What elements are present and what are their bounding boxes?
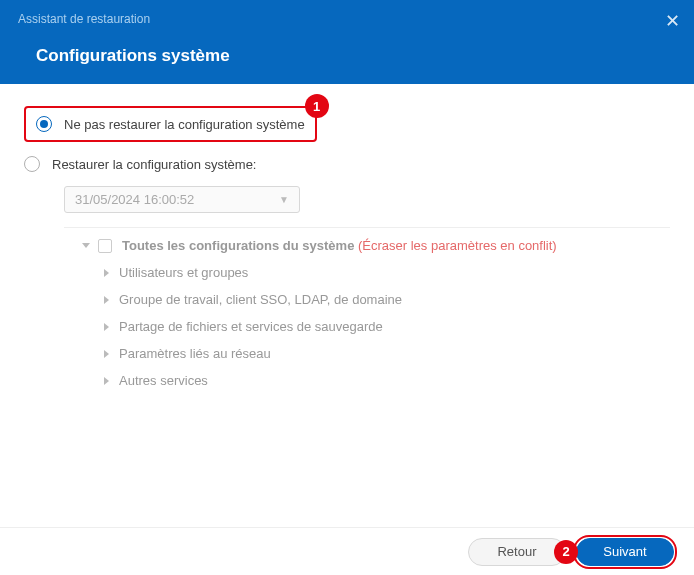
tree-root-row[interactable]: Toutes les configurations du système (Éc… bbox=[82, 238, 670, 253]
restore-sub-block: 31/05/2024 16:00:52 ▼ Toutes les configu… bbox=[64, 186, 670, 388]
snapshot-select[interactable]: 31/05/2024 16:00:52 ▼ bbox=[64, 186, 300, 213]
caret-down-icon bbox=[82, 243, 90, 248]
tree-item-network[interactable]: Paramètres liés au réseau bbox=[104, 346, 670, 361]
caret-right-icon bbox=[104, 350, 109, 358]
page-title: Configurations système bbox=[18, 46, 676, 66]
callout-badge-2: 2 bbox=[554, 540, 578, 564]
tree-item-filesharing[interactable]: Partage de fichiers et services de sauve… bbox=[104, 319, 670, 334]
config-tree: Toutes les configurations du système (Éc… bbox=[64, 227, 670, 388]
tree-root-label: Toutes les configurations du système bbox=[122, 238, 354, 253]
callout-badge-1: 1 bbox=[305, 94, 329, 118]
caret-right-icon bbox=[104, 377, 109, 385]
option-highlight-1: Ne pas restaurer la configuration systèm… bbox=[24, 106, 317, 142]
next-button[interactable]: Suivant bbox=[576, 538, 674, 566]
dialog-header: Assistant de restauration Configurations… bbox=[0, 0, 694, 84]
tree-item-label: Groupe de travail, client SSO, LDAP, de … bbox=[119, 292, 402, 307]
close-icon[interactable]: ✕ bbox=[665, 10, 680, 32]
tree-item-label: Partage de fichiers et services de sauve… bbox=[119, 319, 383, 334]
radio-restore-label: Restaurer la configuration système: bbox=[52, 157, 256, 172]
content-area: Ne pas restaurer la configuration systèm… bbox=[0, 84, 694, 410]
checkbox-all-configs[interactable] bbox=[98, 239, 112, 253]
radio-restore[interactable] bbox=[24, 156, 40, 172]
tree-item-workgroup[interactable]: Groupe de travail, client SSO, LDAP, de … bbox=[104, 292, 670, 307]
tree-root-warn: (Écraser les paramètres en conflit) bbox=[358, 238, 557, 253]
radio-no-restore[interactable] bbox=[36, 116, 52, 132]
tree-item-label: Paramètres liés au réseau bbox=[119, 346, 271, 361]
snapshot-select-value: 31/05/2024 16:00:52 bbox=[75, 192, 194, 207]
tree-item-users[interactable]: Utilisateurs et groupes bbox=[104, 265, 670, 280]
back-button[interactable]: Retour bbox=[468, 538, 566, 566]
radio-no-restore-label: Ne pas restaurer la configuration systèm… bbox=[64, 117, 305, 132]
tree-item-label: Utilisateurs et groupes bbox=[119, 265, 248, 280]
tree-item-label: Autres services bbox=[119, 373, 208, 388]
chevron-down-icon: ▼ bbox=[279, 194, 289, 205]
tree-item-other[interactable]: Autres services bbox=[104, 373, 670, 388]
caret-right-icon bbox=[104, 296, 109, 304]
wizard-title: Assistant de restauration bbox=[18, 12, 676, 26]
caret-right-icon bbox=[104, 269, 109, 277]
dialog-footer: Retour 2 Suivant bbox=[0, 527, 694, 575]
caret-right-icon bbox=[104, 323, 109, 331]
